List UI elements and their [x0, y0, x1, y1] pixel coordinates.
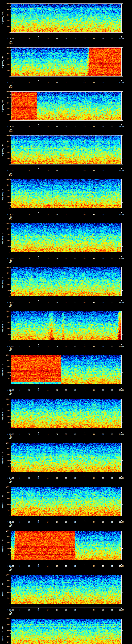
x-major-tick	[75, 388, 76, 389]
y-major-tick	[122, 235, 122, 235]
spectrogram-plot	[11, 223, 122, 252]
x-tick-label: 50	[102, 170, 104, 171]
x-tick-label: 45	[93, 521, 94, 523]
x-major-tick	[57, 520, 57, 520]
y-tick-label: 400	[3, 196, 10, 198]
y-tick-label: 800	[3, 580, 10, 582]
spectrogram-image	[11, 180, 122, 208]
x-tick-label: 15	[38, 38, 39, 40]
y-tick-label: 0	[3, 471, 10, 473]
x-tick-label: 25	[56, 389, 58, 391]
x-tick-label: 15	[38, 521, 39, 523]
x-tick-label: 5	[20, 433, 20, 435]
y-major-tick	[122, 21, 122, 21]
y-tick-label: 600	[3, 234, 10, 236]
spectrogram-image	[11, 355, 122, 384]
y-axis-title: Frequency (Hz)	[2, 230, 4, 245]
y-tick-label: 200	[3, 334, 10, 335]
y-major-tick	[122, 443, 122, 443]
y-tick-label: 600	[3, 630, 10, 632]
y-tick-label: 0	[3, 603, 10, 605]
x-tick-label: 20	[47, 609, 48, 611]
y-tick-label: 0	[3, 76, 10, 77]
x-tick-label: 40	[84, 477, 85, 479]
y-major-tick	[122, 185, 122, 185]
y-major-tick	[122, 103, 122, 103]
y-axis-title: Frequency (Hz)	[2, 318, 4, 333]
x-tick-label: 50	[102, 82, 104, 83]
y-axis-minor-ticks-right	[122, 487, 122, 516]
x-tick-label: 35	[74, 389, 76, 391]
x-start-time-label: 8:16:00	[8, 126, 14, 128]
x-tick-label: 55	[111, 38, 113, 40]
x-tick-label: 50	[102, 38, 104, 40]
y-tick-label: 200	[3, 597, 10, 599]
x-axis-date-line: 2015	[9, 262, 13, 264]
x-tick-label: 35	[74, 565, 76, 567]
y-axis-minor-ticks-left	[10, 531, 11, 560]
y-axis-minor-ticks-right	[122, 180, 122, 208]
y-tick-label: 1000	[3, 222, 10, 224]
x-tick-label: 20	[47, 302, 48, 303]
y-tick-label: 1000	[3, 354, 10, 356]
x-major-tick	[84, 256, 85, 257]
y-major-tick	[122, 592, 122, 592]
x-tick-label: 30	[65, 38, 67, 40]
spectrogram-panel: Frequency (Hz) 100080060040020008:14:005…	[0, 0, 132, 44]
y-major-tick	[122, 323, 122, 323]
x-major-tick	[48, 432, 48, 433]
y-major-tick	[122, 636, 122, 636]
y-major-tick	[122, 15, 122, 15]
y-tick-label: 400	[3, 64, 10, 66]
y-tick-label: 0	[3, 32, 10, 33]
x-start-time-label: 8:25:00	[8, 521, 14, 523]
x-major-tick	[57, 168, 57, 169]
y-major-tick	[122, 328, 122, 329]
x-tick-label: 25	[56, 345, 58, 347]
y-major-tick	[10, 135, 10, 136]
y-major-tick	[10, 493, 10, 493]
spectrogram-plot	[11, 92, 122, 120]
x-tick-label: 35	[74, 609, 76, 611]
y-major-tick	[10, 153, 10, 153]
x-tick-label: 30	[65, 82, 67, 83]
x-tick-label: 15	[38, 257, 39, 259]
y-tick-label: 1000	[3, 486, 10, 488]
spectrogram-plot	[11, 619, 122, 644]
x-major-tick	[75, 608, 76, 608]
y-axis-minor-ticks-left	[10, 487, 11, 516]
spectrogram-image	[11, 311, 122, 340]
x-tick-label: 55	[111, 82, 113, 83]
y-major-tick	[122, 153, 122, 153]
y-tick-label: 600	[3, 586, 10, 588]
x-tick-label: 15	[38, 609, 39, 611]
x-major-tick	[48, 36, 48, 37]
y-axis-minor-ticks-right	[122, 311, 122, 340]
x-tick-label: 10	[28, 214, 30, 215]
y-tick-label: 200	[3, 246, 10, 247]
x-tick-label: 40	[84, 565, 85, 567]
x-start-time-label: 8:15:00	[8, 82, 14, 83]
x-tick-label: 25	[56, 257, 58, 259]
x-axis-date-line: 2015	[9, 570, 13, 572]
x-major-tick	[84, 124, 85, 125]
y-major-tick	[10, 70, 10, 71]
x-tick-label: 35	[74, 214, 76, 215]
spectrogram-image	[11, 223, 122, 252]
x-tick-label: 30	[65, 521, 67, 523]
x-tick-label: 10	[28, 565, 30, 567]
spectrogram-panel: Frequency (Hz) 100080060040020008:24:005…	[0, 440, 132, 484]
y-axis-minor-ticks-right	[122, 136, 122, 164]
y-tick-label: 600	[3, 14, 10, 16]
y-major-tick	[10, 581, 10, 581]
x-tick-label: 50	[102, 257, 104, 259]
y-major-tick	[10, 65, 10, 65]
y-tick-label: 0	[3, 251, 10, 253]
spectrogram-panel: Frequency (Hz) 100080060040020008:27:005…	[0, 572, 132, 616]
y-major-tick	[10, 472, 10, 472]
x-tick-label: 10	[28, 609, 30, 611]
x-tick-label: 25	[56, 82, 58, 83]
y-tick-label: 600	[3, 278, 10, 280]
x-tick-label: 30	[65, 302, 67, 303]
y-major-tick	[10, 537, 10, 537]
